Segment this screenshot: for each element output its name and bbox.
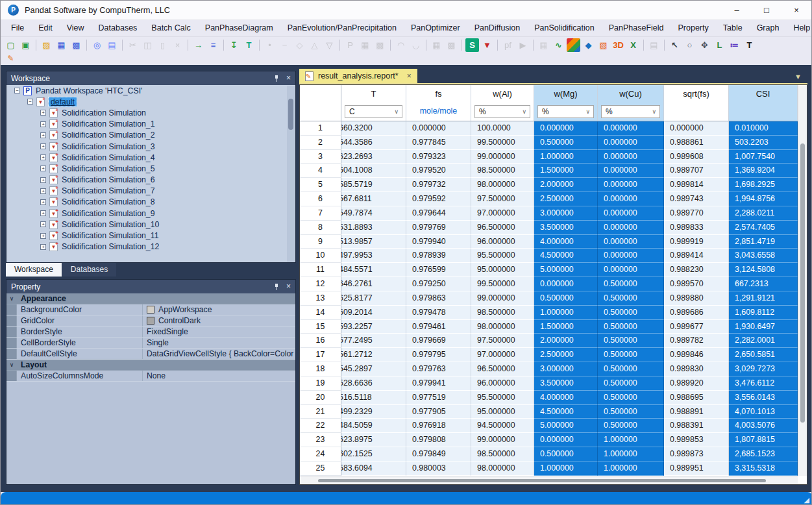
vertical-scrollbar-thumb[interactable] <box>800 143 805 423</box>
cell[interactable]: 0.000000 <box>598 235 664 249</box>
tree-expander-icon[interactable]: + <box>40 121 46 127</box>
cell[interactable]: 503.2203 <box>729 136 798 150</box>
row-header[interactable]: 8 <box>300 221 341 235</box>
cell[interactable]: 0.979461 <box>406 320 471 334</box>
cell[interactable]: 1.000000 <box>598 447 664 462</box>
cell[interactable]: 0.000000 <box>534 433 598 447</box>
cell[interactable]: 0.500000 <box>534 291 598 306</box>
cell[interactable]: 99.000000 <box>471 433 534 447</box>
tab-close-icon[interactable]: × <box>407 71 412 80</box>
property-value[interactable]: FixedSingle <box>143 326 295 337</box>
column-header-sqrt-fs[interactable]: sqrt(fs) <box>664 85 729 103</box>
cell[interactable]: 0.979520 <box>406 164 471 178</box>
row-header[interactable]: 22 <box>300 419 341 433</box>
pin-icon[interactable] <box>274 284 280 290</box>
cell[interactable]: 0.979592 <box>406 192 471 206</box>
cell[interactable]: 545.2897 <box>341 362 406 376</box>
cell[interactable]: 99.500000 <box>471 277 534 291</box>
cell[interactable]: 0.500000 <box>534 136 598 150</box>
cell[interactable]: 1.000000 <box>598 462 664 476</box>
menu-pansolidification[interactable]: PanSolidification <box>527 20 601 36</box>
unit-select-t[interactable]: C∨ <box>345 105 402 118</box>
column-header-w-al[interactable]: w(Al) <box>471 85 534 103</box>
cell[interactable]: 516.5118 <box>341 391 406 405</box>
menu-view[interactable]: View <box>60 20 92 36</box>
property-name[interactable]: BorderStyle <box>17 326 143 337</box>
open-icon[interactable]: ▨ <box>40 38 53 52</box>
cell[interactable]: 3,124.5808 <box>729 263 798 277</box>
tree-item-solidification-simulation-10[interactable]: Solidification Simulation_10 <box>62 220 159 229</box>
cell[interactable]: 5.000000 <box>534 419 598 433</box>
cell[interactable]: 0.000000 <box>534 277 598 291</box>
cell[interactable]: 1.000000 <box>534 306 598 320</box>
cell[interactable]: 1.000000 <box>598 433 664 447</box>
menu-batch-calc[interactable]: Batch Calc <box>144 20 197 36</box>
graph-3d-icon[interactable]: 3D <box>611 38 625 52</box>
label-l-icon[interactable]: L <box>713 38 726 52</box>
cell[interactable]: 3.500000 <box>534 221 598 235</box>
import-calculation-icon[interactable]: → <box>191 38 205 52</box>
cell[interactable]: 3,315.5318 <box>729 462 798 476</box>
cell[interactable]: 0.000000 <box>598 121 664 136</box>
cell[interactable]: 484.5059 <box>341 419 406 433</box>
cell[interactable]: 2.000000 <box>534 334 598 348</box>
cell[interactable]: 99.000000 <box>471 291 534 306</box>
cell[interactable]: 4.000000 <box>534 391 598 405</box>
edit-pencil-icon[interactable]: ✎ <box>5 53 16 64</box>
row-header[interactable]: 16 <box>300 334 341 348</box>
cell[interactable]: 549.7874 <box>341 206 406 221</box>
cell[interactable]: 0.989686 <box>664 306 729 320</box>
cell[interactable]: 2,282.0001 <box>729 334 798 348</box>
cell[interactable]: 499.2329 <box>341 405 406 419</box>
cell[interactable]: 0.500000 <box>598 405 664 419</box>
cell[interactable]: 98.500000 <box>471 447 534 462</box>
cell[interactable]: 0.979941 <box>406 376 471 391</box>
tree-expander-icon[interactable]: + <box>40 110 46 116</box>
row-header[interactable]: 15 <box>300 320 341 334</box>
property-value[interactable]: DataGridViewCellStyle { BackColor=Color … <box>143 349 295 359</box>
cell[interactable]: 623.2693 <box>341 150 406 164</box>
tree-expander-icon[interactable]: + <box>40 177 46 183</box>
print-preview-icon[interactable]: ◎ <box>90 38 104 52</box>
cell[interactable]: 0.976918 <box>406 419 471 433</box>
horizontal-scrollbar-thumb[interactable] <box>318 479 766 482</box>
tree-expander-icon[interactable]: + <box>40 166 46 171</box>
tab-result-analysis-report[interactable]: result_analysis.report* × <box>299 69 417 83</box>
tree-item-pandat-workspace-htc-csi[interactable]: Pandat Workspace 'HTC_CSI' <box>36 86 142 95</box>
cell[interactable]: 4.500000 <box>534 405 598 419</box>
cell[interactable]: 0.977845 <box>406 136 471 150</box>
menu-help[interactable]: Help <box>786 20 812 36</box>
cell[interactable]: 95.500000 <box>471 391 534 405</box>
cell[interactable]: 2,685.1523 <box>729 447 798 462</box>
cell[interactable]: 2.500000 <box>534 192 598 206</box>
menu-panoptimizer[interactable]: PanOptimizer <box>404 20 467 36</box>
unit-select-w-mg[interactable]: %∨ <box>537 105 594 118</box>
row-header[interactable]: 19 <box>300 376 341 391</box>
cell[interactable]: 0.500000 <box>534 447 598 462</box>
cell[interactable]: 0.500000 <box>598 306 664 320</box>
voxel-cube-icon[interactable]: ▧ <box>597 38 610 52</box>
cell[interactable]: 0.979763 <box>406 362 471 376</box>
graph-view-icon[interactable]: ∿ <box>552 38 565 52</box>
cell[interactable]: 0.989608 <box>664 150 729 164</box>
cell[interactable]: 2,288.0211 <box>729 206 798 221</box>
row-header[interactable]: 9 <box>300 235 341 249</box>
cell[interactable]: 4.500000 <box>534 249 598 263</box>
row-header[interactable]: 1 <box>300 121 341 136</box>
cell[interactable]: 0.500000 <box>598 376 664 391</box>
tree-expander-icon[interactable]: + <box>40 199 46 205</box>
row-header[interactable]: 20 <box>300 391 341 405</box>
cell[interactable]: 0.979769 <box>406 221 471 235</box>
cell[interactable]: 0.000000 <box>406 121 471 136</box>
unit-select-w-al[interactable]: %∨ <box>474 105 530 118</box>
cell[interactable]: 4,003.5076 <box>729 419 798 433</box>
pansolidification-icon[interactable]: S <box>465 38 479 52</box>
cell[interactable]: 531.8893 <box>341 221 406 235</box>
tree-expander-icon[interactable]: + <box>40 154 46 160</box>
cell[interactable]: 0.989743 <box>664 192 729 206</box>
cell[interactable]: 98.500000 <box>471 164 534 178</box>
cell[interactable]: 2.000000 <box>534 178 598 192</box>
row-header[interactable]: 7 <box>300 206 341 221</box>
tree-item-solidification-simulation-3[interactable]: Solidification Simulation_3 <box>62 142 155 151</box>
cell[interactable]: 96.000000 <box>471 376 534 391</box>
